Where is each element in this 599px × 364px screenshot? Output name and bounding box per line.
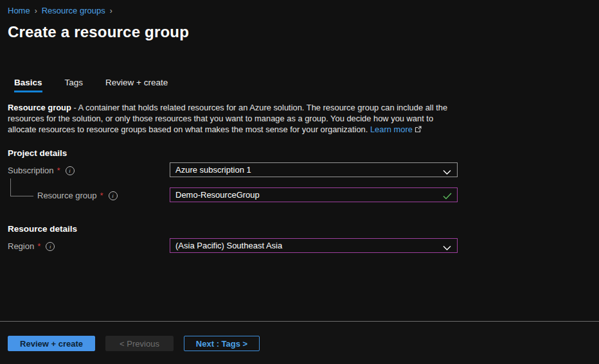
chevron-down-icon xyxy=(443,168,451,177)
region-value: (Asia Pacific) Southeast Asia xyxy=(175,241,282,250)
breadcrumb-resource-groups-link[interactable]: Resource groups xyxy=(42,6,105,15)
tab-review-create[interactable]: Review + create xyxy=(99,76,174,92)
resource-group-description: Resource group - A container that holds … xyxy=(8,102,458,135)
next-tags-button[interactable]: Next : Tags > xyxy=(184,336,260,351)
info-icon[interactable]: i xyxy=(109,191,118,200)
learn-more-link[interactable]: Learn more xyxy=(370,125,413,134)
tab-bar: Basics Tags Review + create xyxy=(8,76,174,92)
region-label-text: Region xyxy=(8,241,34,251)
subscription-value: Azure subscription 1 xyxy=(175,165,251,175)
page-title: Create a resource group xyxy=(8,23,189,41)
footer-button-group: Review + create < Previous Next : Tags > xyxy=(8,336,260,351)
resource-group-label-text: Resource group xyxy=(37,191,97,200)
valid-check-icon xyxy=(443,192,452,202)
resource-group-value: Demo-ResourceGroup xyxy=(175,190,260,200)
info-icon[interactable]: i xyxy=(66,166,75,175)
region-dropdown[interactable]: (Asia Pacific) Southeast Asia xyxy=(170,238,458,253)
previous-button[interactable]: < Previous xyxy=(105,336,174,351)
breadcrumb-home-link[interactable]: Home xyxy=(8,6,30,15)
chevron-down-icon xyxy=(443,243,451,253)
external-link-icon xyxy=(415,125,422,135)
region-label: Region* i xyxy=(8,241,55,251)
tab-tags[interactable]: Tags xyxy=(58,76,90,92)
subscription-dropdown[interactable]: Azure subscription 1 xyxy=(170,162,458,177)
breadcrumb-separator-icon: › xyxy=(35,6,37,15)
info-icon[interactable]: i xyxy=(46,242,55,251)
required-asterisk: * xyxy=(37,241,40,251)
resource-details-heading: Resource details xyxy=(8,224,77,234)
description-lead: Resource group xyxy=(8,103,71,112)
resource-group-input[interactable]: Demo-ResourceGroup xyxy=(170,187,458,202)
resource-group-label: Resource group* i xyxy=(37,191,118,200)
project-details-heading: Project details xyxy=(8,148,67,158)
required-asterisk: * xyxy=(57,166,60,175)
subscription-label: Subscription* i xyxy=(8,166,75,175)
review-create-button[interactable]: Review + create xyxy=(8,336,95,351)
tab-basics[interactable]: Basics xyxy=(8,76,49,92)
wizard-footer: Review + create < Previous Next : Tags > xyxy=(0,321,599,364)
breadcrumb-separator-icon: › xyxy=(110,6,112,15)
required-asterisk: * xyxy=(100,191,103,200)
subscription-label-text: Subscription xyxy=(8,166,54,175)
breadcrumb: Home › Resource groups › xyxy=(8,6,112,15)
subscription-child-connector-line xyxy=(10,178,33,196)
